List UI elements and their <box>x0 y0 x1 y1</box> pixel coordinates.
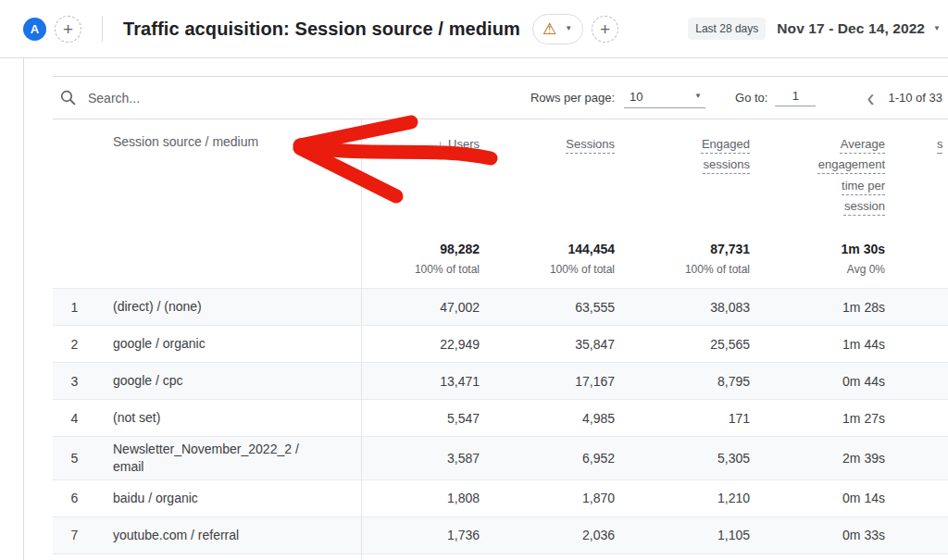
row-sessions: 63,555 <box>491 300 626 315</box>
chevron-down-icon: ▼ <box>565 25 572 32</box>
table-row: 7 youtube.com / referral 1,736 2,036 1,1… <box>53 516 948 554</box>
row-avg-engagement-time: 2m 39s <box>761 451 896 466</box>
total-sessions: 144,454 100% of total <box>491 232 626 288</box>
row-users: 47,002 <box>361 300 491 315</box>
table-row: 4 (not set) 5,547 4,985 171 1m 27s <box>53 399 948 436</box>
row-engaged-sessions: 5,305 <box>626 451 761 466</box>
add-filter-button[interactable]: + <box>592 16 618 43</box>
header-divider <box>102 16 103 42</box>
warning-icon: ⚠ <box>543 21 556 37</box>
column-header-sessions[interactable]: Sessions <box>491 119 626 232</box>
column-header-users[interactable]: ↓ Users <box>361 119 491 232</box>
table-row-partial <box>53 554 948 558</box>
go-to-label: Go to: <box>735 91 767 105</box>
total-value: 1m 30s <box>761 242 885 256</box>
column-header-label: Sessions <box>566 137 615 151</box>
row-engaged-sessions: 25,565 <box>626 337 761 352</box>
row-number: 2 <box>53 337 102 352</box>
account-avatar[interactable]: A <box>23 18 46 41</box>
total-value: 144,454 <box>491 242 615 256</box>
total-value: 98,282 <box>361 242 480 256</box>
row-number: 1 <box>53 300 102 315</box>
row-engaged-sessions: 1,105 <box>626 528 761 542</box>
search-box <box>60 90 310 106</box>
row-avg-engagement-time: 0m 14s <box>761 491 896 505</box>
row-source-medium: (not set) <box>102 405 361 430</box>
search-icon <box>60 90 76 106</box>
column-header-label: s <box>937 137 943 151</box>
total-subtext: 100% of total <box>361 263 480 276</box>
rows-per-page-select[interactable]: 10 ▼ <box>624 88 705 108</box>
chevron-down-icon: ▼ <box>933 25 941 32</box>
row-number: 4 <box>53 411 102 426</box>
row-source-medium: (direct) / (none) <box>102 294 361 319</box>
row-sessions: 4,985 <box>491 411 626 426</box>
total-subtext: 100% of total <box>626 263 750 276</box>
row-avg-engagement-time: 0m 44s <box>761 374 896 389</box>
table-body: 1 (direct) / (none) 47,002 63,555 38,083… <box>53 288 948 554</box>
search-input[interactable] <box>88 91 310 106</box>
total-value: 87,731 <box>626 242 750 256</box>
row-engaged-sessions: 38,083 <box>626 300 761 315</box>
column-header-engaged-sessions[interactable]: Engaged sessions <box>626 119 761 232</box>
page-left-border <box>23 58 24 560</box>
pagination-controls: Rows per page: 10 ▼ Go to: ‹ 1-10 of 33 <box>530 87 942 109</box>
table-row: 5 Newsletter_November_2022_2 / email 3,5… <box>53 436 948 479</box>
column-header-session-source-medium[interactable]: Session source / medium <box>102 119 361 232</box>
table-row: 3 google / cpc 13,471 17,167 8,795 0m 44… <box>53 362 948 399</box>
row-source-medium: Newsletter_November_2022_2 / email <box>102 437 361 479</box>
row-users: 1,736 <box>361 528 491 542</box>
row-users: 3,587 <box>361 451 491 466</box>
row-number: 7 <box>53 528 102 542</box>
previous-page-button[interactable]: ‹ <box>867 85 874 111</box>
row-source-medium: google / cpc <box>102 368 361 393</box>
total-engaged-sessions: 87,731 100% of total <box>626 232 761 288</box>
row-sessions: 2,036 <box>491 528 626 542</box>
rows-per-page-value: 10 <box>630 90 642 104</box>
table-row: 2 google / organic 22,949 35,847 25,565 … <box>53 325 948 362</box>
table-row: 1 (direct) / (none) 47,002 63,555 38,083… <box>53 288 948 325</box>
totals-row: 98,282 100% of total 144,454 100% of tot… <box>53 232 948 288</box>
total-users: 98,282 100% of total <box>361 232 491 288</box>
row-users: 13,471 <box>361 374 491 389</box>
row-source-medium: baidu / organic <box>102 486 361 511</box>
chevron-down-icon: ▼ <box>694 93 702 100</box>
column-header-avg-engagement-time[interactable]: Average engagement time per session <box>761 119 896 232</box>
row-engaged-sessions: 8,795 <box>626 374 761 389</box>
go-to-page-input[interactable] <box>775 89 816 106</box>
table-row: 6 baidu / organic 1,808 1,870 1,210 0m 1… <box>53 479 948 516</box>
row-users: 1,808 <box>361 491 491 505</box>
report-table-card: Rows per page: 10 ▼ Go to: ‹ 1-10 of 33 … <box>53 76 948 560</box>
sort-descending-icon: ↓ <box>437 134 443 156</box>
app-header: A + Traffic acquisition: Session source … <box>0 0 948 58</box>
date-range-text: Nov 17 - Dec 14, 2022 <box>777 20 925 37</box>
pagination-range: 1-10 of 33 <box>888 91 942 105</box>
row-sessions: 17,167 <box>491 374 626 389</box>
rows-per-page-label: Rows per page: <box>530 91 615 105</box>
row-engaged-sessions: 171 <box>626 411 761 426</box>
column-header-label: Average engagement time per session <box>809 134 885 217</box>
row-engaged-sessions: 1,210 <box>626 491 761 505</box>
total-subtext: Avg 0% <box>761 263 885 276</box>
table-header-row: Session source / medium ↓ Users Sessions… <box>53 119 948 232</box>
column-header-partial[interactable]: s <box>896 119 948 232</box>
data-quality-button[interactable]: ⚠ ▼ <box>532 14 583 44</box>
row-sessions: 6,952 <box>491 451 626 466</box>
row-source-medium: youtube.com / referral <box>102 523 361 548</box>
column-header-label: Engaged sessions <box>692 134 750 176</box>
page-title: Traffic acquisition: Session source / me… <box>123 19 520 40</box>
row-sessions: 1,870 <box>491 491 626 505</box>
total-subtext: 100% of total <box>491 263 615 276</box>
row-users: 22,949 <box>361 337 491 352</box>
table-toolbar: Rows per page: 10 ▼ Go to: ‹ 1-10 of 33 <box>53 77 948 119</box>
date-preset-badge: Last 28 days <box>688 18 766 40</box>
add-comparison-button[interactable]: + <box>55 16 81 43</box>
row-avg-engagement-time: 0m 33s <box>761 528 896 542</box>
column-header-label: Users <box>448 134 480 155</box>
row-users: 5,547 <box>361 411 491 426</box>
row-number: 6 <box>53 491 102 505</box>
date-range-picker[interactable]: Nov 17 - Dec 14, 2022 ▼ <box>777 20 941 37</box>
row-avg-engagement-time: 1m 27s <box>761 411 896 426</box>
row-avg-engagement-time: 1m 28s <box>761 300 896 315</box>
row-avg-engagement-time: 1m 44s <box>761 337 896 352</box>
